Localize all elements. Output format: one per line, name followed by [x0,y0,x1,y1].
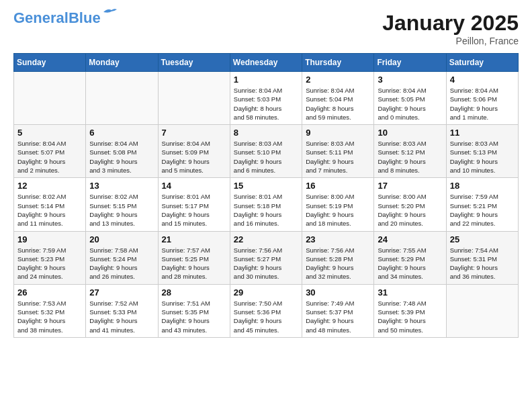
day-number: 3 [378,75,442,85]
calendar-header-row: SundayMondayTuesdayWednesdayThursdayFrid… [14,54,519,72]
calendar-cell: 11Sunrise: 8:03 AMSunset: 5:13 PMDayligh… [446,125,518,178]
weekday-header-saturday: Saturday [446,54,518,72]
header: GeneralBlue January 2025 Peillon, France [13,11,519,46]
calendar-table: SundayMondayTuesdayWednesdayThursdayFrid… [13,53,519,338]
logo-general: General [13,9,69,26]
day-info: Sunrise: 8:02 AMSunset: 5:15 PMDaylight:… [89,192,154,228]
calendar-cell: 7Sunrise: 8:04 AMSunset: 5:09 PMDaylight… [158,125,230,178]
day-number: 15 [234,181,298,191]
logo-blue: Blue [69,9,101,26]
day-info: Sunrise: 7:54 AMSunset: 5:31 PMDaylight:… [450,246,515,281]
calendar-cell: 12Sunrise: 8:02 AMSunset: 5:14 PMDayligh… [14,178,86,231]
calendar-week-row: 1Sunrise: 8:04 AMSunset: 5:03 PMDaylight… [14,72,519,125]
day-info: Sunrise: 8:01 AMSunset: 5:17 PMDaylight:… [162,192,226,228]
day-info: Sunrise: 8:04 AMSunset: 5:09 PMDaylight:… [162,139,226,175]
day-info: Sunrise: 7:49 AMSunset: 5:37 PMDaylight:… [306,299,370,334]
calendar-cell: 9Sunrise: 8:03 AMSunset: 5:11 PMDaylight… [302,125,374,178]
day-number: 18 [450,181,515,191]
calendar-cell: 5Sunrise: 8:04 AMSunset: 5:07 PMDaylight… [14,125,86,178]
day-info: Sunrise: 8:04 AMSunset: 5:05 PMDaylight:… [378,86,442,122]
weekday-header-friday: Friday [374,54,446,72]
location-subtitle: Peillon, France [382,36,519,46]
calendar-cell: 8Sunrise: 8:03 AMSunset: 5:10 PMDaylight… [230,125,302,178]
weekday-header-monday: Monday [86,54,158,72]
calendar-cell: 1Sunrise: 8:04 AMSunset: 5:03 PMDaylight… [230,72,302,125]
day-number: 8 [234,128,298,138]
calendar-cell: 16Sunrise: 8:00 AMSunset: 5:19 PMDayligh… [302,178,374,231]
calendar-cell: 6Sunrise: 8:04 AMSunset: 5:08 PMDaylight… [86,125,158,178]
calendar-cell: 10Sunrise: 8:03 AMSunset: 5:12 PMDayligh… [374,125,446,178]
calendar-cell [14,72,86,125]
day-number: 1 [234,75,298,85]
calendar-cell: 4Sunrise: 8:04 AMSunset: 5:06 PMDaylight… [446,72,518,125]
day-info: Sunrise: 7:52 AMSunset: 5:33 PMDaylight:… [89,299,154,334]
month-title: January 2025 [382,11,519,36]
title-block: January 2025 Peillon, France [382,11,519,46]
day-number: 14 [162,181,226,191]
day-info: Sunrise: 7:53 AMSunset: 5:32 PMDaylight:… [17,299,82,334]
calendar-cell: 20Sunrise: 7:58 AMSunset: 5:24 PMDayligh… [86,231,158,284]
day-number: 5 [17,128,82,138]
weekday-header-wednesday: Wednesday [230,54,302,72]
calendar-cell: 26Sunrise: 7:53 AMSunset: 5:32 PMDayligh… [14,284,86,337]
day-number: 16 [306,181,370,191]
day-number: 29 [234,287,298,298]
day-info: Sunrise: 8:04 AMSunset: 5:08 PMDaylight:… [89,139,154,175]
day-info: Sunrise: 8:04 AMSunset: 5:07 PMDaylight:… [17,139,82,175]
calendar-cell: 19Sunrise: 7:59 AMSunset: 5:23 PMDayligh… [14,231,86,284]
calendar-cell: 30Sunrise: 7:49 AMSunset: 5:37 PMDayligh… [302,284,374,337]
calendar-week-row: 12Sunrise: 8:02 AMSunset: 5:14 PMDayligh… [14,178,519,231]
logo-bird-icon [102,7,117,17]
calendar-cell: 25Sunrise: 7:54 AMSunset: 5:31 PMDayligh… [446,231,518,284]
weekday-header-sunday: Sunday [14,54,86,72]
day-number: 26 [17,287,82,298]
day-number: 7 [162,128,226,138]
day-info: Sunrise: 8:03 AMSunset: 5:11 PMDaylight:… [306,139,370,175]
day-number: 11 [450,128,515,138]
day-info: Sunrise: 8:00 AMSunset: 5:19 PMDaylight:… [306,192,370,228]
day-info: Sunrise: 7:59 AMSunset: 5:23 PMDaylight:… [17,246,82,281]
day-number: 17 [378,181,442,191]
day-number: 27 [89,287,154,298]
logo: GeneralBlue [13,11,117,26]
day-number: 9 [306,128,370,138]
day-info: Sunrise: 7:56 AMSunset: 5:28 PMDaylight:… [306,246,370,281]
day-info: Sunrise: 7:56 AMSunset: 5:27 PMDaylight:… [234,246,298,281]
day-info: Sunrise: 8:03 AMSunset: 5:13 PMDaylight:… [450,139,515,175]
day-number: 4 [450,75,515,85]
day-info: Sunrise: 8:02 AMSunset: 5:14 PMDaylight:… [17,192,82,228]
logo-text: GeneralBlue [13,11,101,26]
day-number: 30 [306,287,370,298]
calendar-cell: 24Sunrise: 7:55 AMSunset: 5:29 PMDayligh… [374,231,446,284]
day-number: 31 [378,287,442,298]
day-number: 24 [378,234,442,244]
day-info: Sunrise: 7:59 AMSunset: 5:21 PMDaylight:… [450,192,515,228]
day-number: 6 [89,128,154,138]
calendar-cell: 3Sunrise: 8:04 AMSunset: 5:05 PMDaylight… [374,72,446,125]
day-number: 19 [17,234,82,244]
day-info: Sunrise: 7:51 AMSunset: 5:35 PMDaylight:… [162,299,226,334]
day-number: 22 [234,234,298,244]
day-number: 23 [306,234,370,244]
day-info: Sunrise: 8:00 AMSunset: 5:20 PMDaylight:… [378,192,442,228]
day-info: Sunrise: 7:55 AMSunset: 5:29 PMDaylight:… [378,246,442,281]
day-info: Sunrise: 7:58 AMSunset: 5:24 PMDaylight:… [89,246,154,281]
day-number: 20 [89,234,154,244]
day-number: 13 [89,181,154,191]
calendar-cell: 27Sunrise: 7:52 AMSunset: 5:33 PMDayligh… [86,284,158,337]
day-info: Sunrise: 8:03 AMSunset: 5:10 PMDaylight:… [234,139,298,175]
day-info: Sunrise: 8:04 AMSunset: 5:06 PMDaylight:… [450,86,515,122]
calendar-week-row: 5Sunrise: 8:04 AMSunset: 5:07 PMDaylight… [14,125,519,178]
day-number: 25 [450,234,515,244]
calendar-cell: 18Sunrise: 7:59 AMSunset: 5:21 PMDayligh… [446,178,518,231]
day-info: Sunrise: 7:57 AMSunset: 5:25 PMDaylight:… [162,246,226,281]
calendar-week-row: 26Sunrise: 7:53 AMSunset: 5:32 PMDayligh… [14,284,519,337]
day-info: Sunrise: 8:01 AMSunset: 5:18 PMDaylight:… [234,192,298,228]
calendar-cell: 17Sunrise: 8:00 AMSunset: 5:20 PMDayligh… [374,178,446,231]
day-number: 2 [306,75,370,85]
calendar-cell [446,284,518,337]
calendar-cell [86,72,158,125]
day-number: 10 [378,128,442,138]
calendar-cell: 14Sunrise: 8:01 AMSunset: 5:17 PMDayligh… [158,178,230,231]
calendar-cell: 21Sunrise: 7:57 AMSunset: 5:25 PMDayligh… [158,231,230,284]
